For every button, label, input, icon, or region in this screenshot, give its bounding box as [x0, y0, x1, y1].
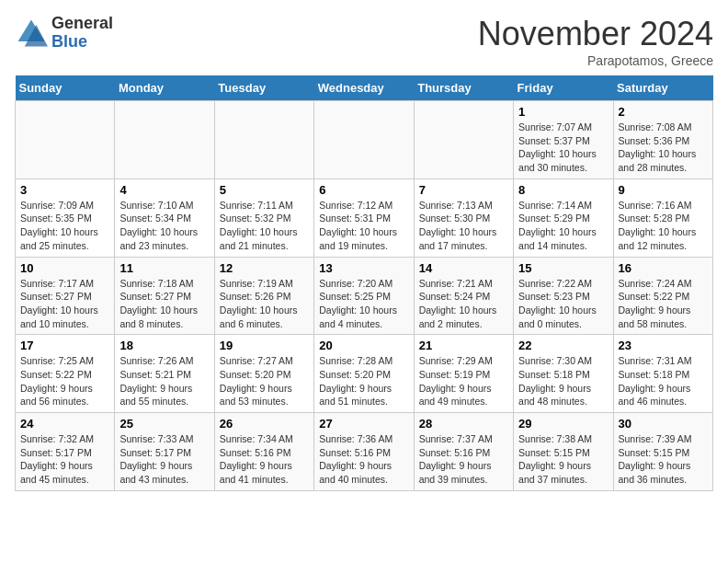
day-info: Sunrise: 7:29 AM Sunset: 5:19 PM Dayligh… — [419, 354, 508, 408]
day-cell-25: 25Sunrise: 7:33 AM Sunset: 5:17 PM Dayli… — [115, 413, 214, 491]
day-number: 1 — [518, 105, 608, 119]
day-info: Sunrise: 7:39 AM Sunset: 5:15 PM Dayligh… — [619, 432, 708, 487]
day-number: 12 — [220, 261, 309, 275]
day-info: Sunrise: 7:13 AM Sunset: 5:30 PM Dayligh… — [419, 199, 508, 253]
day-number: 7 — [419, 183, 508, 197]
empty-cell — [16, 101, 115, 179]
day-number: 23 — [619, 339, 708, 352]
day-number: 18 — [119, 339, 209, 352]
day-info: Sunrise: 7:32 AM Sunset: 5:17 PM Dayligh… — [20, 432, 109, 487]
calendar-week-4: 17Sunrise: 7:25 AM Sunset: 5:22 PM Dayli… — [16, 335, 713, 413]
day-info: Sunrise: 7:18 AM Sunset: 5:27 PM Dayligh… — [119, 277, 209, 331]
weekday-header-saturday: Saturday — [613, 75, 712, 101]
day-info: Sunrise: 7:16 AM Sunset: 5:28 PM Dayligh… — [619, 199, 708, 253]
day-number: 8 — [518, 183, 608, 197]
day-number: 15 — [518, 261, 608, 275]
day-number: 20 — [319, 339, 408, 352]
weekday-header-friday: Friday — [514, 75, 613, 101]
day-info: Sunrise: 7:36 AM Sunset: 5:16 PM Dayligh… — [319, 432, 408, 487]
day-number: 10 — [20, 261, 109, 275]
day-info: Sunrise: 7:19 AM Sunset: 5:26 PM Dayligh… — [220, 277, 309, 331]
weekday-header-thursday: Thursday — [414, 75, 513, 101]
day-cell-15: 15Sunrise: 7:22 AM Sunset: 5:23 PM Dayli… — [514, 257, 613, 335]
weekday-header-sunday: Sunday — [16, 75, 115, 101]
day-cell-2: 2Sunrise: 7:08 AM Sunset: 5:36 PM Daylig… — [613, 101, 712, 179]
day-info: Sunrise: 7:07 AM Sunset: 5:37 PM Dayligh… — [518, 121, 608, 175]
day-info: Sunrise: 7:24 AM Sunset: 5:22 PM Dayligh… — [619, 277, 708, 331]
day-info: Sunrise: 7:33 AM Sunset: 5:17 PM Dayligh… — [119, 432, 209, 487]
month-title: November 2024 — [478, 15, 713, 53]
calendar-week-3: 10Sunrise: 7:17 AM Sunset: 5:27 PM Dayli… — [16, 257, 713, 335]
day-info: Sunrise: 7:25 AM Sunset: 5:22 PM Dayligh… — [20, 354, 109, 408]
day-number: 26 — [220, 417, 309, 431]
day-info: Sunrise: 7:31 AM Sunset: 5:18 PM Dayligh… — [619, 354, 708, 408]
location-subtitle: Parapotamos, Greece — [478, 53, 713, 68]
day-number: 21 — [419, 339, 508, 352]
day-info: Sunrise: 7:21 AM Sunset: 5:24 PM Dayligh… — [419, 277, 508, 331]
day-cell-23: 23Sunrise: 7:31 AM Sunset: 5:18 PM Dayli… — [613, 335, 712, 413]
day-cell-5: 5Sunrise: 7:11 AM Sunset: 5:32 PM Daylig… — [214, 178, 313, 257]
day-number: 19 — [220, 339, 309, 352]
day-cell-19: 19Sunrise: 7:27 AM Sunset: 5:20 PM Dayli… — [214, 335, 313, 413]
day-info: Sunrise: 7:20 AM Sunset: 5:25 PM Dayligh… — [319, 277, 408, 331]
day-cell-9: 9Sunrise: 7:16 AM Sunset: 5:28 PM Daylig… — [613, 178, 712, 257]
day-number: 14 — [419, 261, 508, 275]
empty-cell — [314, 101, 414, 179]
day-cell-18: 18Sunrise: 7:26 AM Sunset: 5:21 PM Dayli… — [115, 335, 214, 413]
empty-cell — [414, 101, 513, 179]
day-cell-17: 17Sunrise: 7:25 AM Sunset: 5:22 PM Dayli… — [16, 335, 115, 413]
day-info: Sunrise: 7:14 AM Sunset: 5:29 PM Dayligh… — [518, 199, 608, 253]
day-info: Sunrise: 7:27 AM Sunset: 5:20 PM Dayligh… — [220, 354, 309, 408]
day-cell-29: 29Sunrise: 7:38 AM Sunset: 5:15 PM Dayli… — [514, 413, 613, 491]
day-cell-13: 13Sunrise: 7:20 AM Sunset: 5:25 PM Dayli… — [314, 257, 414, 335]
day-info: Sunrise: 7:22 AM Sunset: 5:23 PM Dayligh… — [518, 277, 608, 331]
day-info: Sunrise: 7:30 AM Sunset: 5:18 PM Dayligh… — [518, 354, 608, 408]
day-info: Sunrise: 7:09 AM Sunset: 5:35 PM Dayligh… — [20, 199, 109, 253]
day-cell-20: 20Sunrise: 7:28 AM Sunset: 5:20 PM Dayli… — [314, 335, 414, 413]
day-cell-14: 14Sunrise: 7:21 AM Sunset: 5:24 PM Dayli… — [414, 257, 513, 335]
day-number: 30 — [619, 417, 708, 431]
weekday-header-monday: Monday — [115, 75, 214, 101]
logo-icon — [15, 17, 48, 50]
logo: General Blue — [15, 15, 113, 52]
day-cell-22: 22Sunrise: 7:30 AM Sunset: 5:18 PM Dayli… — [514, 335, 613, 413]
day-info: Sunrise: 7:10 AM Sunset: 5:34 PM Dayligh… — [119, 199, 209, 253]
day-number: 2 — [619, 105, 708, 119]
empty-cell — [214, 101, 313, 179]
weekday-header-row: SundayMondayTuesdayWednesdayThursdayFrid… — [16, 75, 713, 101]
day-number: 29 — [518, 417, 608, 431]
day-number: 22 — [518, 339, 608, 352]
day-cell-6: 6Sunrise: 7:12 AM Sunset: 5:31 PM Daylig… — [314, 178, 414, 257]
day-cell-10: 10Sunrise: 7:17 AM Sunset: 5:27 PM Dayli… — [16, 257, 115, 335]
weekday-header-tuesday: Tuesday — [214, 75, 313, 101]
day-number: 6 — [319, 183, 408, 197]
day-cell-4: 4Sunrise: 7:10 AM Sunset: 5:34 PM Daylig… — [115, 178, 214, 257]
day-cell-11: 11Sunrise: 7:18 AM Sunset: 5:27 PM Dayli… — [115, 257, 214, 335]
day-number: 17 — [20, 339, 109, 352]
day-number: 28 — [419, 417, 508, 431]
day-cell-8: 8Sunrise: 7:14 AM Sunset: 5:29 PM Daylig… — [514, 178, 613, 257]
day-cell-21: 21Sunrise: 7:29 AM Sunset: 5:19 PM Dayli… — [414, 335, 513, 413]
day-info: Sunrise: 7:11 AM Sunset: 5:32 PM Dayligh… — [220, 199, 309, 253]
page-header: General Blue November 2024 Parapotamos, … — [15, 15, 713, 68]
empty-cell — [115, 101, 214, 179]
day-cell-26: 26Sunrise: 7:34 AM Sunset: 5:16 PM Dayli… — [214, 413, 313, 491]
day-cell-30: 30Sunrise: 7:39 AM Sunset: 5:15 PM Dayli… — [613, 413, 712, 491]
day-info: Sunrise: 7:38 AM Sunset: 5:15 PM Dayligh… — [518, 432, 608, 487]
day-cell-12: 12Sunrise: 7:19 AM Sunset: 5:26 PM Dayli… — [214, 257, 313, 335]
day-info: Sunrise: 7:17 AM Sunset: 5:27 PM Dayligh… — [20, 277, 109, 331]
day-info: Sunrise: 7:26 AM Sunset: 5:21 PM Dayligh… — [119, 354, 209, 408]
logo-text: General Blue — [51, 15, 113, 52]
day-cell-3: 3Sunrise: 7:09 AM Sunset: 5:35 PM Daylig… — [16, 178, 115, 257]
calendar-week-2: 3Sunrise: 7:09 AM Sunset: 5:35 PM Daylig… — [16, 178, 713, 257]
day-number: 4 — [119, 183, 209, 197]
day-info: Sunrise: 7:34 AM Sunset: 5:16 PM Dayligh… — [220, 432, 309, 487]
day-number: 9 — [619, 183, 708, 197]
day-cell-28: 28Sunrise: 7:37 AM Sunset: 5:16 PM Dayli… — [414, 413, 513, 491]
day-cell-24: 24Sunrise: 7:32 AM Sunset: 5:17 PM Dayli… — [16, 413, 115, 491]
day-cell-16: 16Sunrise: 7:24 AM Sunset: 5:22 PM Dayli… — [613, 257, 712, 335]
day-info: Sunrise: 7:28 AM Sunset: 5:20 PM Dayligh… — [319, 354, 408, 408]
day-number: 13 — [319, 261, 408, 275]
day-number: 5 — [220, 183, 309, 197]
day-cell-27: 27Sunrise: 7:36 AM Sunset: 5:16 PM Dayli… — [314, 413, 414, 491]
